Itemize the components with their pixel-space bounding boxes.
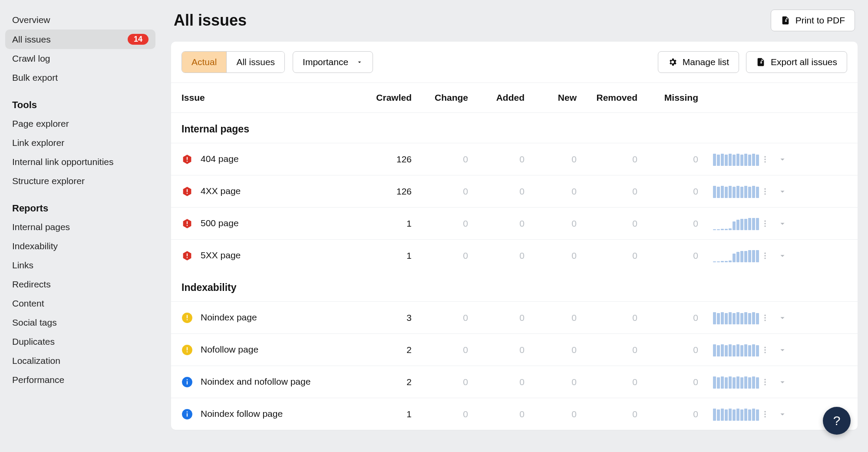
cell-value: 0 xyxy=(412,154,468,165)
sidebar-item-bulk-export[interactable]: Bulk export xyxy=(5,68,155,87)
row-more-button[interactable] xyxy=(759,250,771,262)
sidebar-item-redirects[interactable]: Redirects xyxy=(5,275,155,294)
row-more-button[interactable] xyxy=(759,218,771,230)
col-missing: Missing xyxy=(637,92,698,103)
help-button[interactable]: ? xyxy=(823,407,851,435)
svg-rect-39 xyxy=(187,413,188,416)
svg-point-43 xyxy=(764,416,766,417)
sidebar-item-content[interactable]: Content xyxy=(5,294,155,313)
seg-actual[interactable]: Actual xyxy=(182,52,226,73)
issues-card: Actual All issues Importance xyxy=(171,42,858,430)
row-more-button[interactable] xyxy=(759,344,771,356)
col-added: Added xyxy=(468,92,525,103)
print-to-pdf-button[interactable]: Print to PDF xyxy=(771,10,855,31)
sidebar-item-label: Bulk export xyxy=(12,73,58,83)
seg-all-issues[interactable]: All issues xyxy=(226,52,284,73)
cell-value: 0 xyxy=(412,409,468,419)
svg-rect-28 xyxy=(187,351,188,352)
cell-value: 0 xyxy=(525,377,577,387)
row-expand-button[interactable] xyxy=(776,250,789,262)
table-row[interactable]: 5XX page100000 xyxy=(171,239,858,271)
cell-value: 0 xyxy=(577,409,637,419)
sidebar-item-page-explorer[interactable]: Page explorer xyxy=(5,114,155,133)
table-row[interactable]: 404 page12600000 xyxy=(171,143,858,175)
svg-point-3 xyxy=(764,158,766,160)
export-all-issues-button[interactable]: Export all issues xyxy=(746,51,847,73)
sidebar-item-indexability[interactable]: Indexability xyxy=(5,237,155,256)
svg-point-13 xyxy=(764,223,766,224)
issue-name: Noindex and nofollow page xyxy=(201,376,310,388)
issue-name: Nofollow page xyxy=(201,343,258,356)
sidebar-badge: 14 xyxy=(128,34,149,45)
cell-value: 0 xyxy=(525,313,577,323)
table-row[interactable]: Nofollow page200000 xyxy=(171,333,858,366)
svg-point-31 xyxy=(764,352,766,353)
sidebar-item-link-explorer[interactable]: Link explorer xyxy=(5,133,155,152)
cell-value: 2 xyxy=(355,377,412,387)
sidebar-item-social-tags[interactable]: Social tags xyxy=(5,313,155,332)
print-to-pdf-label: Print to PDF xyxy=(795,15,845,26)
sidebar-item-overview[interactable]: Overview xyxy=(5,10,155,30)
sidebar-item-label: Indexability xyxy=(12,241,58,251)
row-expand-button[interactable] xyxy=(776,376,789,388)
sidebar-item-localization[interactable]: Localization xyxy=(5,351,155,370)
importance-dropdown[interactable]: Importance xyxy=(293,51,373,73)
svg-point-24 xyxy=(764,317,766,318)
svg-rect-40 xyxy=(187,411,188,412)
row-more-button[interactable] xyxy=(759,408,771,420)
row-more-button[interactable] xyxy=(759,185,771,198)
row-expand-button[interactable] xyxy=(776,344,789,356)
sidebar-item-label: Internal pages xyxy=(12,222,70,232)
sidebar-item-internal-pages[interactable]: Internal pages xyxy=(5,218,155,237)
cell-value: 0 xyxy=(468,186,525,197)
error-icon xyxy=(182,218,193,229)
cell-value: 0 xyxy=(577,218,637,229)
sidebar-item-crawl-log[interactable]: Crawl log xyxy=(5,49,155,68)
cell-value: 0 xyxy=(637,377,698,387)
row-expand-button[interactable] xyxy=(776,153,789,165)
cell-value: 1 xyxy=(355,409,412,419)
group-heading: Internal pages xyxy=(171,113,858,143)
row-more-button[interactable] xyxy=(759,312,771,324)
svg-point-29 xyxy=(764,346,766,348)
cell-value: 0 xyxy=(637,345,698,355)
sidebar-item-duplicates[interactable]: Duplicates xyxy=(5,332,155,351)
info-icon xyxy=(182,409,193,420)
sidebar-item-performance[interactable]: Performance xyxy=(5,370,155,389)
svg-rect-11 xyxy=(187,225,188,226)
row-expand-button[interactable] xyxy=(776,408,789,420)
row-expand-button[interactable] xyxy=(776,312,789,324)
sparkline xyxy=(713,217,759,230)
svg-point-18 xyxy=(764,255,766,256)
table-row[interactable]: Noindex and nofollow page200000 xyxy=(171,366,858,398)
table-row[interactable]: 500 page100000 xyxy=(171,207,858,239)
row-expand-button[interactable] xyxy=(776,185,789,198)
cell-value: 0 xyxy=(577,345,637,355)
sidebar-item-internal-link-opportunities[interactable]: Internal link opportunities xyxy=(5,152,155,172)
cell-value: 0 xyxy=(468,313,525,323)
sidebar-item-all-issues[interactable]: All issues14 xyxy=(5,30,155,49)
warn-icon xyxy=(182,344,193,356)
row-more-button[interactable] xyxy=(759,153,771,165)
cell-value: 126 xyxy=(355,154,412,165)
cell-value: 0 xyxy=(412,313,468,323)
sidebar-item-label: Content xyxy=(12,298,44,309)
info-icon xyxy=(182,376,193,388)
cell-value: 126 xyxy=(355,186,412,197)
table-row[interactable]: 4XX page12600000 xyxy=(171,175,858,207)
sparkline xyxy=(713,343,759,356)
sidebar-item-structure-explorer[interactable]: Structure explorer xyxy=(5,172,155,191)
svg-point-35 xyxy=(764,379,766,380)
sidebar-heading-tools: Tools xyxy=(5,87,155,114)
cell-value: 0 xyxy=(525,186,577,197)
sidebar-item-links[interactable]: Links xyxy=(5,256,155,275)
row-expand-button[interactable] xyxy=(776,218,789,230)
manage-list-button[interactable]: Manage list xyxy=(658,51,739,73)
help-icon: ? xyxy=(833,413,841,428)
table-row[interactable]: Noindex follow page100000 xyxy=(171,398,858,430)
error-icon xyxy=(182,250,193,261)
row-more-button[interactable] xyxy=(759,376,771,388)
sparkline xyxy=(713,249,759,262)
table-row[interactable]: Noindex page300000 xyxy=(171,301,858,333)
warn-icon xyxy=(182,312,193,323)
